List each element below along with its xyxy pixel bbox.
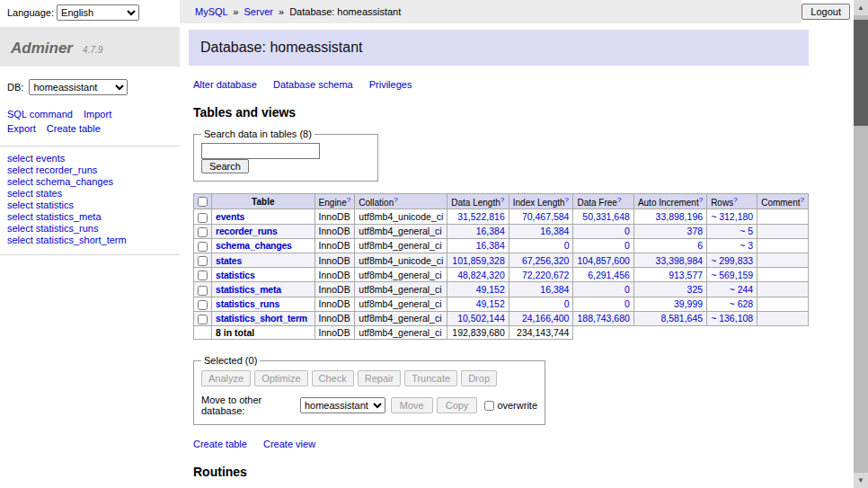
language-select[interactable]: English <box>57 4 139 21</box>
column-help-link[interactable]: ? <box>617 196 621 204</box>
sidebar-link-select-statistics[interactable]: select statistics <box>7 200 180 211</box>
create-table-link[interactable]: Create table <box>193 439 247 449</box>
table-name-link[interactable]: schema_changes <box>216 240 292 251</box>
search-button[interactable]: Search <box>201 159 249 173</box>
row-checkbox[interactable] <box>198 213 208 223</box>
table-name-link[interactable]: statistics_meta <box>216 284 281 295</box>
data-length-link[interactable]: 10,502,144 <box>457 313 505 324</box>
table-name-link[interactable]: events <box>216 211 244 222</box>
data-length-link[interactable]: 49,152 <box>476 298 505 309</box>
sidebar-link-select-events[interactable]: select events <box>7 153 180 164</box>
auto-increment-link[interactable]: 8,581,645 <box>660 313 703 324</box>
row-checkbox[interactable] <box>198 271 208 280</box>
optimize-button[interactable]: Optimize <box>254 370 307 386</box>
overwrite-checkbox[interactable] <box>484 401 494 411</box>
analyze-button[interactable]: Analyze <box>201 370 251 386</box>
column-help-link[interactable]: ? <box>801 196 804 204</box>
scroll-down-arrow-icon[interactable]: ▼ <box>854 473 868 488</box>
create-table-link-sidebar[interactable]: Create table <box>47 123 101 134</box>
rows-link[interactable]: ~ 569,159 <box>711 270 753 280</box>
index-length-link[interactable]: 70,467,584 <box>522 211 570 222</box>
privileges-link[interactable]: Privileges <box>369 79 412 90</box>
index-length-link[interactable]: 16,384 <box>540 226 569 236</box>
check-button[interactable]: Check <box>312 370 354 386</box>
data-length-link[interactable]: 48,824,320 <box>457 270 505 280</box>
auto-increment-link[interactable]: 33,898,196 <box>656 211 704 222</box>
copy-button[interactable]: Copy <box>437 397 478 413</box>
auto-increment-link[interactable]: 6 <box>697 240 703 251</box>
data-free-link[interactable]: 104,857,600 <box>577 255 629 266</box>
export-link[interactable]: Export <box>7 123 36 134</box>
data-free-link[interactable]: 0 <box>624 298 630 309</box>
create-view-link[interactable]: Create view <box>263 439 315 449</box>
row-checkbox[interactable] <box>198 315 208 324</box>
sidebar-link-select-schema_changes[interactable]: select schema_changes <box>7 176 180 188</box>
data-length-link[interactable]: 16,384 <box>476 226 505 236</box>
row-checkbox[interactable] <box>198 300 208 310</box>
data-length-link[interactable]: 49,152 <box>476 284 505 295</box>
row-checkbox[interactable] <box>198 242 208 252</box>
data-length-link[interactable]: 16,384 <box>476 240 505 251</box>
sidebar-link-select-statistics_runs[interactable]: select statistics_runs <box>7 223 180 235</box>
breadcrumb-link-server[interactable]: Server <box>244 6 273 17</box>
scrollbar-thumb[interactable] <box>854 20 868 126</box>
index-length-link[interactable]: 67,256,320 <box>522 255 570 266</box>
data-free-link[interactable]: 6,291,456 <box>588 270 630 280</box>
table-name-link[interactable]: statistics_short_term <box>216 313 307 324</box>
auto-increment-link[interactable]: 33,398,984 <box>656 255 704 266</box>
column-help-link[interactable]: ? <box>565 196 569 204</box>
data-free-link[interactable]: 0 <box>624 226 630 236</box>
auto-increment-link[interactable]: 325 <box>687 284 704 295</box>
row-checkbox[interactable] <box>198 227 208 237</box>
select-all-checkbox[interactable] <box>198 197 208 207</box>
database-schema-link[interactable]: Database schema <box>273 79 353 90</box>
column-help-link[interactable]: ? <box>733 196 737 204</box>
repair-button[interactable]: Repair <box>358 370 401 386</box>
data-free-link[interactable]: 50,331,648 <box>582 211 630 222</box>
alter-database-link[interactable]: Alter database <box>193 79 257 90</box>
index-length-link[interactable]: 16,384 <box>540 284 569 295</box>
data-length-link[interactable]: 31,522,816 <box>457 211 505 222</box>
data-length-link[interactable]: 101,859,328 <box>452 255 504 266</box>
data-free-link[interactable]: 0 <box>624 240 630 251</box>
db-select[interactable]: homeassistant <box>29 79 128 95</box>
drop-button[interactable]: Drop <box>461 370 497 386</box>
index-length-link[interactable]: 24,166,400 <box>522 313 570 324</box>
search-input[interactable] <box>201 143 320 159</box>
auto-increment-link[interactable]: 913,577 <box>669 270 703 280</box>
table-name-link[interactable]: statistics_runs <box>216 298 279 309</box>
move-db-select[interactable]: homeassistant <box>300 397 385 413</box>
sidebar-link-select-recorder_runs[interactable]: select recorder_runs <box>7 164 180 176</box>
auto-increment-link[interactable]: 378 <box>687 226 704 236</box>
table-name-link[interactable]: statistics <box>216 270 255 280</box>
column-help-link[interactable]: ? <box>500 196 504 204</box>
import-link[interactable]: Import <box>84 109 111 120</box>
move-button[interactable]: Move <box>391 397 433 413</box>
rows-link[interactable]: ~ 136,108 <box>711 313 753 324</box>
index-length-link[interactable]: 0 <box>564 298 570 309</box>
sidebar-link-select-statistics_meta[interactable]: select statistics_meta <box>7 211 180 223</box>
sql-command-link[interactable]: SQL command <box>7 109 73 120</box>
column-help-link[interactable]: ? <box>699 196 703 204</box>
rows-link[interactable]: ~ 299,833 <box>711 255 753 266</box>
truncate-button[interactable]: Truncate <box>404 370 457 386</box>
column-help-link[interactable]: ? <box>394 196 397 204</box>
sidebar-link-select-statistics_short_term[interactable]: select statistics_short_term <box>7 235 180 246</box>
sidebar-link-select-states[interactable]: select states <box>7 188 180 200</box>
index-length-link[interactable]: 0 <box>564 240 570 251</box>
rows-link[interactable]: ~ 3 <box>740 240 753 251</box>
row-checkbox[interactable] <box>198 286 208 296</box>
breadcrumb-link-mysql[interactable]: MySQL <box>195 6 227 17</box>
vertical-scrollbar[interactable]: ▲ ▼ <box>854 0 868 488</box>
row-checkbox[interactable] <box>198 256 208 266</box>
data-free-link[interactable]: 0 <box>624 284 630 295</box>
data-free-link[interactable]: 188,743,680 <box>577 313 629 324</box>
auto-increment-link[interactable]: 39,999 <box>674 298 703 309</box>
column-help-link[interactable]: ? <box>347 196 350 204</box>
rows-link[interactable]: ~ 628 <box>730 298 754 309</box>
table-name-link[interactable]: recorder_runs <box>216 226 278 236</box>
index-length-link[interactable]: 72,220,672 <box>522 270 570 280</box>
rows-link[interactable]: ~ 244 <box>730 284 754 295</box>
table-name-link[interactable]: states <box>216 255 242 266</box>
rows-link[interactable]: ~ 312,180 <box>711 211 753 222</box>
